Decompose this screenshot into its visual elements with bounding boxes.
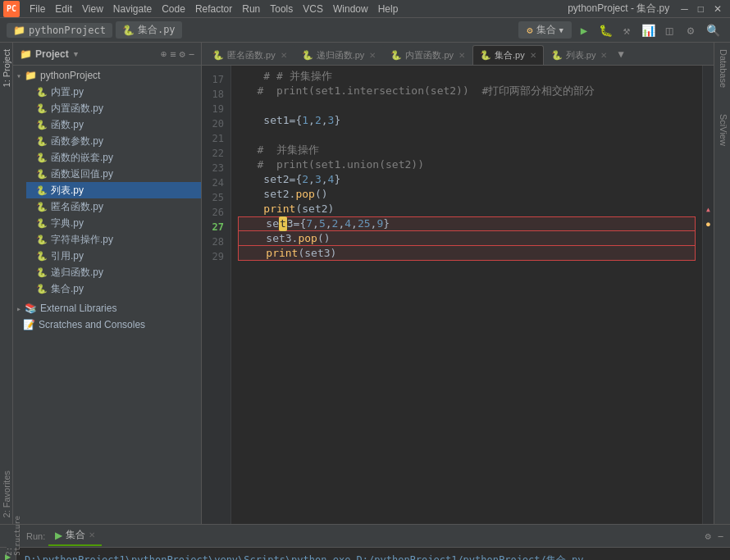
settings-button[interactable]: ⚙ [682,21,700,39]
file-icon: 🐍 [36,169,48,180]
bottom-settings[interactable]: ⚙ [705,530,711,542]
structure-tab[interactable]: 2: Structure [5,516,21,556]
main-area: 1: Project 2: Favorites 📁 Project ▼ ⊕ ≡ … [0,43,730,524]
tab-icon: 🐍 [302,50,313,61]
tab-close-icon[interactable]: ✕ [530,51,536,60]
bottom-tab-set[interactable]: ▶ 集合 ✕ [48,526,102,546]
collapse-icon[interactable]: ≡ [170,48,176,60]
file-icon: 🐍 [36,103,48,114]
list-item[interactable]: 🐍 内置函数.py [26,100,201,116]
menu-help[interactable]: Help [373,3,404,15]
tab-recursive[interactable]: 🐍 递归函数.py ✕ [294,45,384,65]
tab-close-icon[interactable]: ✕ [369,51,376,60]
build-button[interactable]: ⚒ [618,21,636,39]
project-tab[interactable]: 📁 pythonProject [7,23,112,38]
sidebar-item-project[interactable]: 1: Project [0,43,12,93]
file-icon: 🐍 [36,251,48,262]
file-name: 匿名函数.py [51,200,103,214]
run-tab-close-icon[interactable]: ✕ [89,530,95,540]
minimize-btn[interactable]: ─ [676,3,693,15]
file-name: 函数的嵌套.py [51,151,113,165]
scratches-label: Scratches and Consoles [39,319,145,330]
bottom-minimize-icon[interactable]: − [718,530,723,542]
menu-run[interactable]: Run [237,3,265,15]
right-sidebar: Database SciView [714,43,730,524]
file-name: 字符串操作.py [51,233,113,247]
run-button[interactable]: ▶ [575,21,593,39]
run-config-icon: ⚙ [527,25,532,36]
list-item[interactable]: 🐍 字典.py [26,215,201,231]
external-libraries-item[interactable]: ▸ 📚 External Libraries [13,300,201,316]
file-tab[interactable]: 🐍 集合.py [116,21,182,39]
sidebar-item-favorites[interactable]: 2: Favorites [0,464,12,524]
hide-icon[interactable]: − [189,48,194,60]
list-item[interactable]: 🐍 函数参数.py [26,133,201,149]
menu-view[interactable]: View [77,3,108,15]
debug-button[interactable]: 🐛 [596,21,614,39]
editor-area: 🐍 匿名函数.py ✕ 🐍 递归函数.py ✕ 🐍 内置函数.py ✕ 🐍 集合… [202,43,714,524]
editor-tabs: 🐍 匿名函数.py ✕ 🐍 递归函数.py ✕ 🐍 内置函数.py ✕ 🐍 集合… [202,43,714,66]
close-btn[interactable]: ✕ [709,3,727,15]
code-content[interactable]: # # 并集操作 # print(set1.intersection(set2)… [231,66,702,524]
code-line-23: # print(set1.union(set2)) [238,157,696,172]
file-icon: 🐍 [36,267,48,278]
file-icon: 🐍 [36,136,48,147]
run-output: ▶ ↑ ↓ ⤒ ⤓ 🖨 🗑 D:\pythonProject1\pythonPr… [0,548,730,560]
list-item-selected[interactable]: 🐍 列表.py [26,182,201,198]
menu-refactor[interactable]: Refactor [190,3,237,15]
maximize-btn[interactable]: □ [693,3,709,15]
scratches-item[interactable]: 📝 Scratches and Consoles [13,316,201,333]
tab-close-icon[interactable]: ✕ [459,51,465,60]
tab-anonymous[interactable]: 🐍 匿名函数.py ✕ [205,45,294,65]
menu-edit[interactable]: Edit [50,3,77,15]
menu-vcs[interactable]: VCS [298,3,328,15]
project-dropdown-icon[interactable]: ▼ [74,50,78,58]
file-icon: 🐍 [36,153,48,163]
window-title: pythonProject - 集合.py [568,2,669,16]
tab-builtin[interactable]: 🐍 内置函数.py ✕ [383,45,472,65]
tab-list[interactable]: 🐍 列表.py ✕ [544,45,615,65]
menu-code[interactable]: Code [157,3,190,15]
file-icon: 🐍 [36,120,48,130]
scratches-icon: 📝 [23,319,35,330]
search-button[interactable]: 🔍 [703,24,723,37]
code-line-19 [238,98,696,113]
project-icon: 📁 [13,25,25,36]
gear-icon[interactable]: ⚙ [180,48,185,60]
run-config[interactable]: ⚙ 集合 ▼ [518,21,572,39]
file-name: 集合.py [51,282,84,296]
list-item[interactable]: 🐍 字符串操作.py [26,231,201,248]
coverage-button[interactable]: ◫ [660,21,678,39]
code-line-28: set3.pop() [238,231,696,246]
add-icon[interactable]: ⊕ [161,48,167,60]
profile-button[interactable]: 📊 [639,21,657,39]
sidebar-item-sciview[interactable]: SciView [714,107,730,153]
line-numbers: 17 18 19 20 21 22 23 24 25 26 27 28 29 [202,66,231,524]
list-item[interactable]: 🐍 引用.py [26,248,201,264]
menu-navigate[interactable]: Navigate [108,3,157,15]
list-item[interactable]: 🐍 函数返回值.py [26,166,201,182]
list-item[interactable]: 🐍 内置.py [26,84,201,100]
list-item[interactable]: 🐍 匿名函数.py [26,198,201,215]
tab-close-icon[interactable]: ✕ [281,51,287,60]
more-tabs-icon[interactable]: ▼ [618,48,623,60]
code-line-26: print(set2) [238,202,696,216]
sidebar-item-database[interactable]: Database [714,43,730,94]
menu-file[interactable]: File [25,3,50,15]
menu-tools[interactable]: Tools [265,3,298,15]
run-output-content[interactable]: D:\pythonProject1\pythonProject\venv\Scr… [16,548,730,560]
menu-window[interactable]: Window [328,3,373,15]
code-line-22: # 并集操作 [238,143,696,157]
code-line-17: # # 并集操作 [238,69,696,84]
file-name: 字典.py [51,216,84,230]
project-panel: 📁 Project ▼ ⊕ ≡ ⚙ − ▾ 📁 pythonProject 🐍 … [13,43,202,524]
tab-close-icon[interactable]: ✕ [600,51,607,60]
tree-root[interactable]: ▾ 📁 pythonProject [13,67,201,84]
list-item[interactable]: 🐍 递归函数.py [26,264,201,280]
list-item[interactable]: 🐍 集合.py [26,280,201,297]
tab-label: 递归函数.py [317,49,365,61]
list-item[interactable]: 🐍 函数.py [26,116,201,133]
tab-set-active[interactable]: 🐍 集合.py ✕ [472,45,544,65]
list-item[interactable]: 🐍 函数的嵌套.py [26,149,201,166]
settings-icon: ⚙ [705,530,711,542]
